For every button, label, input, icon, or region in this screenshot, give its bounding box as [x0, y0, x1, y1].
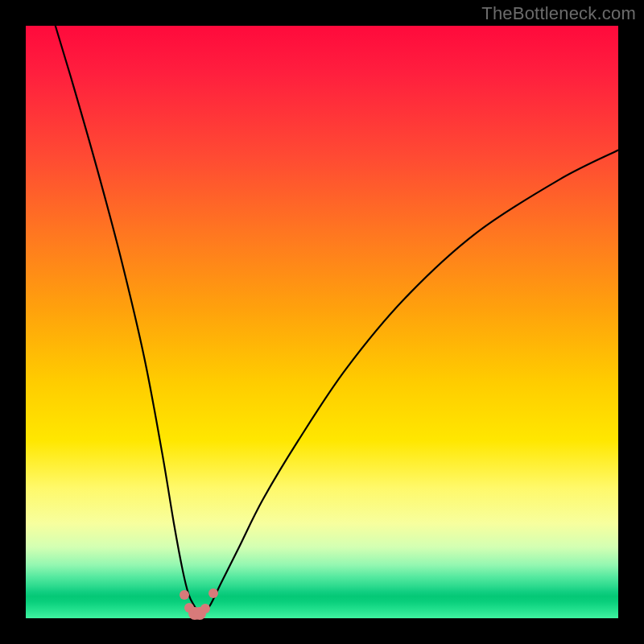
valley-marker [180, 590, 189, 600]
watermark-text: TheBottleneck.com [481, 3, 636, 24]
curve-right-branch [200, 151, 618, 616]
plot-area [26, 26, 618, 618]
chart-frame: TheBottleneck.com [0, 0, 644, 644]
valley-marker [208, 588, 218, 598]
curve-left-branch [56, 26, 200, 615]
bottleneck-curve [26, 26, 618, 618]
